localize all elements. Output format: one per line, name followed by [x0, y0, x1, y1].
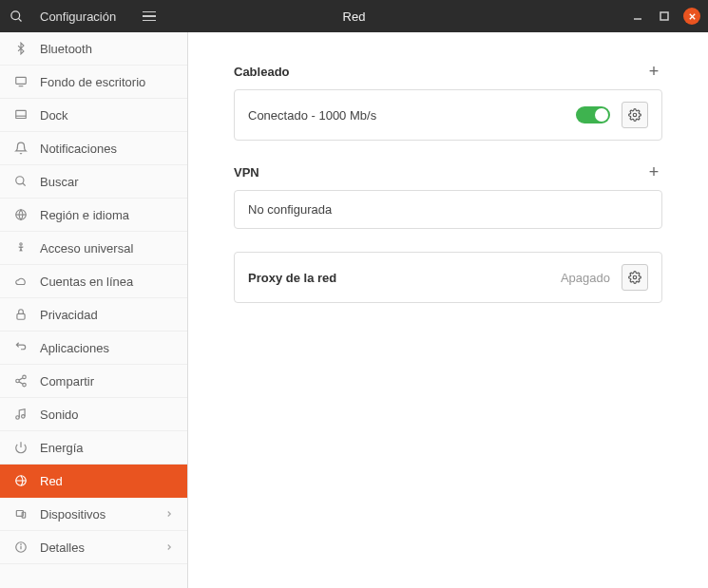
sidebar-item-label: Privacidad	[40, 308, 98, 322]
close-button[interactable]	[683, 8, 700, 25]
sidebar-item-dock[interactable]: Dock	[0, 99, 187, 132]
svg-point-30	[633, 113, 637, 117]
power-icon	[13, 440, 29, 455]
sidebar-item-label: Región e idioma	[40, 208, 129, 222]
sidebar-item-region[interactable]: Región e idioma	[0, 199, 187, 232]
titlebar: Configuración Red	[0, 0, 708, 32]
svg-point-16	[23, 375, 27, 379]
sidebar-item-details[interactable]: Detalles	[0, 531, 187, 564]
sidebar-item-label: Sonido	[40, 408, 78, 422]
chevron-right-icon	[164, 541, 174, 555]
sidebar-item-background[interactable]: Fondo de escritorio	[0, 66, 187, 99]
wired-settings-button[interactable]	[622, 102, 648, 128]
lock-icon	[13, 307, 29, 322]
app-title: Configuración	[40, 9, 116, 24]
sidebar-item-label: Detalles	[40, 541, 85, 555]
svg-point-18	[23, 383, 27, 387]
svg-rect-6	[16, 77, 27, 84]
sidebar-item-label: Notificaciones	[40, 142, 117, 156]
sidebar-item-label: Buscar	[40, 175, 78, 189]
network-icon	[13, 473, 29, 488]
chevron-right-icon	[164, 507, 174, 522]
sidebar-item-label: Fondo de escritorio	[40, 75, 145, 89]
sidebar-item-label: Red	[40, 474, 63, 488]
sound-icon	[13, 407, 29, 422]
cloud-icon	[13, 274, 29, 289]
sidebar-item-label: Cuentas en línea	[40, 275, 133, 289]
sidebar-item-network[interactable]: Red	[0, 465, 187, 498]
maximize-button[interactable]	[657, 9, 672, 24]
share-icon	[13, 373, 29, 389]
sidebar-item-online-accounts[interactable]: Cuentas en línea	[0, 265, 187, 298]
wired-connection-row: Conectado - 1000 Mb/s	[234, 89, 662, 141]
svg-line-19	[19, 378, 23, 380]
sidebar-item-bluetooth[interactable]: Bluetooth	[0, 32, 187, 66]
sidebar-item-label: Compartir	[40, 374, 94, 389]
desktop-icon	[13, 74, 29, 89]
svg-point-17	[16, 379, 20, 383]
vpn-section: VPN + No configurada	[234, 163, 662, 229]
bell-icon	[13, 141, 29, 156]
content-area: Cableado + Conectado - 1000 Mb/s VPN + N…	[188, 32, 708, 588]
gear-icon	[628, 271, 641, 284]
sidebar-item-label: Dock	[40, 108, 68, 123]
svg-rect-15	[17, 313, 25, 319]
wired-toggle[interactable]	[576, 106, 610, 123]
sidebar-item-accessibility[interactable]: Acceso universal	[0, 232, 187, 265]
apps-icon	[13, 340, 29, 355]
search-icon	[13, 174, 29, 189]
svg-point-14	[20, 243, 22, 245]
sidebar-item-label: Bluetooth	[40, 42, 92, 56]
page-title: Red	[343, 9, 366, 24]
svg-line-20	[19, 382, 23, 384]
globe-icon	[13, 207, 29, 222]
sidebar: Bluetooth Fondo de escritorio Dock Notif…	[0, 32, 188, 588]
add-wired-button[interactable]: +	[645, 63, 662, 80]
dock-icon	[13, 107, 29, 123]
search-icon[interactable]	[8, 8, 25, 25]
hamburger-menu-icon[interactable]	[143, 11, 156, 22]
svg-point-22	[22, 415, 25, 419]
sidebar-item-label: Aplicaciones	[40, 341, 109, 355]
svg-point-31	[633, 275, 637, 279]
svg-line-1	[18, 18, 21, 21]
svg-point-10	[16, 177, 24, 184]
gear-icon	[628, 108, 641, 122]
proxy-settings-button[interactable]	[622, 264, 648, 291]
sidebar-item-notifications[interactable]: Notificaciones	[0, 132, 187, 165]
svg-rect-8	[16, 110, 27, 118]
wired-status: Conectado - 1000 Mb/s	[248, 108, 564, 123]
vpn-row: No configurada	[234, 190, 662, 229]
sidebar-item-power[interactable]: Energía	[0, 431, 187, 465]
devices-icon	[13, 506, 29, 522]
sidebar-item-label: Energía	[40, 441, 84, 455]
accessibility-icon	[13, 240, 29, 256]
proxy-status: Apagado	[561, 271, 610, 285]
svg-rect-26	[22, 512, 26, 518]
svg-point-21	[16, 416, 20, 420]
bluetooth-icon	[13, 41, 29, 56]
vpn-title: VPN	[234, 165, 259, 180]
sidebar-item-sound[interactable]: Sonido	[0, 398, 187, 431]
wired-title: Cableado	[234, 65, 290, 79]
sidebar-item-privacy[interactable]: Privacidad	[0, 298, 187, 332]
svg-point-29	[21, 544, 22, 545]
svg-point-0	[10, 10, 19, 19]
wired-section: Cableado + Conectado - 1000 Mb/s	[234, 63, 662, 141]
proxy-row[interactable]: Proxy de la red Apagado	[234, 252, 662, 303]
proxy-title: Proxy de la red	[248, 271, 549, 285]
sidebar-item-applications[interactable]: Aplicaciones	[0, 332, 187, 365]
svg-rect-3	[660, 12, 668, 20]
add-vpn-button[interactable]: +	[645, 163, 662, 180]
sidebar-item-label: Acceso universal	[40, 241, 133, 256]
vpn-status: No configurada	[248, 202, 648, 217]
sidebar-item-label: Dispositivos	[40, 507, 105, 522]
svg-line-11	[23, 183, 26, 186]
sidebar-item-search[interactable]: Buscar	[0, 165, 187, 199]
minimize-button[interactable]	[630, 9, 645, 24]
sidebar-item-devices[interactable]: Dispositivos	[0, 498, 187, 531]
sidebar-item-sharing[interactable]: Compartir	[0, 365, 187, 398]
info-icon	[13, 540, 29, 555]
